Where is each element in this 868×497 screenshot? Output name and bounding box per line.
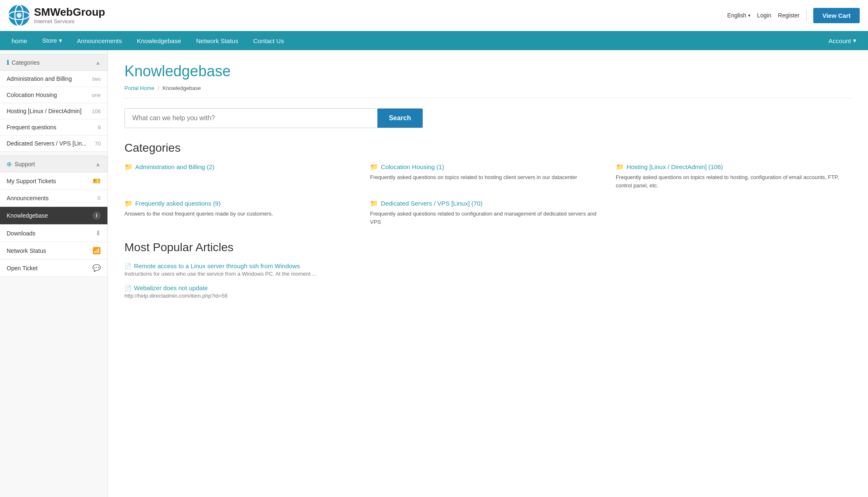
sidebar-categories-header: ℹ Categories ▲: [0, 54, 107, 71]
sidebar-item-network-status[interactable]: Network Status 📶: [0, 242, 107, 259]
nav-knowledgebase[interactable]: Knowledgebase: [129, 32, 189, 49]
sidebar: ℹ Categories ▲ Administration and Billin…: [0, 50, 108, 497]
article-item-1: 📄 Remote access to a Linux server throug…: [124, 262, 851, 277]
nav-announcements[interactable]: Announcements: [70, 32, 129, 49]
comment-icon: 💬: [92, 264, 101, 272]
folder-icon-2: 📁: [370, 163, 378, 171]
category-desc-colocation: Frequently asked questions on topics rel…: [370, 173, 605, 182]
nav-store[interactable]: Store ▾: [35, 32, 70, 49]
search-input[interactable]: [125, 109, 377, 128]
category-item-dedicated: 📁 Dedicated Servers / VPS [Linux] (70) F…: [370, 199, 605, 226]
article-item-2: 📄 Webalizer does not update http://help.…: [124, 284, 851, 299]
svg-point-3: [17, 13, 22, 18]
sidebar-item-admin-billing[interactable]: Administration and Billing two: [0, 71, 107, 87]
logo-title: SMWebGroup: [34, 6, 105, 18]
categories-header-label: Categories: [12, 59, 40, 66]
sidebar-categories-list: Administration and Billing two Colocatio…: [0, 71, 107, 152]
category-item-colocation: 📁 Colocation Housing (1) Frequently aske…: [370, 163, 605, 189]
language-label: English: [727, 12, 746, 19]
login-link[interactable]: Login: [757, 12, 771, 19]
logo-subtitle: Internet Services: [34, 18, 105, 24]
sidebar-support-header: ⊕ Support ▲: [0, 156, 107, 172]
folder-icon-4: 📁: [124, 199, 133, 207]
sidebar-support-section: ⊕ Support ▲ My Support Tickets 🎫 Announc…: [0, 156, 107, 277]
nav-account[interactable]: Account ▾: [821, 32, 864, 49]
category-link-frequent[interactable]: 📁 Frequently asked questions (9): [124, 199, 360, 207]
page-title: Knowledgebase: [124, 63, 851, 80]
language-selector[interactable]: English ▾: [727, 12, 751, 19]
signal-icon: 📶: [92, 247, 101, 255]
categories-grid: 📁 Administration and Billing (2) 📁 Coloc…: [124, 163, 851, 226]
content-area: Knowledgebase Portal Home / Knowledgebas…: [108, 50, 868, 497]
popular-articles-heading: Most Popular Articles: [124, 241, 851, 254]
sidebar-item-dedicated[interactable]: Dedicated Servers / VPS [Lin... 70: [0, 136, 107, 152]
category-desc-dedicated: Frequently asked questions related to co…: [370, 210, 605, 226]
sidebar-categories-section: ℹ Categories ▲ Administration and Billin…: [0, 54, 107, 152]
nav-home[interactable]: home: [4, 32, 35, 49]
top-header: SMWebGroup Internet Services English ▾ L…: [0, 0, 868, 31]
folder-icon-5: 📁: [370, 199, 378, 207]
category-item-admin: 📁 Administration and Billing (2): [124, 163, 360, 189]
info-circle-icon: i: [92, 211, 101, 220]
category-link-admin[interactable]: 📁 Administration and Billing (2): [124, 163, 360, 171]
category-desc-hosting: Frequently asked questions on topics rel…: [616, 173, 851, 189]
category-desc-frequent: Answers to the most frequent queries mad…: [124, 210, 360, 218]
chevron-down-icon: ▾: [748, 13, 751, 18]
doc-icon-2: 📄: [124, 285, 131, 291]
logo-icon: [8, 5, 30, 26]
list-icon: ≡: [97, 194, 101, 202]
category-link-dedicated[interactable]: 📁 Dedicated Servers / VPS [Linux] (70): [370, 199, 605, 207]
download-icon: ⬇: [95, 229, 101, 237]
articles-section: 📄 Remote access to a Linux server throug…: [124, 262, 851, 299]
logo-text: SMWebGroup Internet Services: [34, 6, 105, 24]
register-link[interactable]: Register: [778, 12, 800, 19]
header-actions: English ▾ Login Register View Cart: [727, 8, 860, 23]
article-link-1[interactable]: 📄 Remote access to a Linux server throug…: [124, 262, 851, 269]
folder-icon-3: 📁: [616, 163, 624, 171]
sidebar-item-frequent[interactable]: Frequent questions 9: [0, 119, 107, 136]
ticket-icon: 🎫: [92, 177, 101, 185]
sidebar-item-my-tickets[interactable]: My Support Tickets 🎫: [0, 172, 107, 190]
folder-icon: 📁: [124, 163, 133, 171]
nav-bar: home Store ▾ Announcements Knowledgebase…: [0, 31, 868, 50]
article-url-2: http://help.directadmin.com/item.php?id=…: [124, 293, 851, 299]
view-cart-button[interactable]: View Cart: [813, 8, 860, 23]
account-label: Account: [829, 37, 851, 44]
category-link-hosting[interactable]: 📁 Hosting [Linux / DirectAdmin] (106): [616, 163, 851, 171]
search-button[interactable]: Search: [377, 109, 423, 128]
breadcrumb-separator: /: [158, 85, 159, 91]
account-chevron-icon: ▾: [853, 37, 856, 44]
breadcrumb-current: Knowledgebase: [163, 85, 201, 91]
categories-heading: Categories: [124, 141, 851, 155]
sidebar-item-knowledgebase[interactable]: Knowledgebase i: [0, 207, 107, 225]
sidebar-support-list: My Support Tickets 🎫 Announcements ≡ Kno…: [0, 172, 107, 277]
header-divider: [806, 9, 807, 22]
category-link-colocation[interactable]: 📁 Colocation Housing (1): [370, 163, 605, 171]
nav-network-status[interactable]: Network Status: [189, 32, 246, 49]
sidebar-item-announcements[interactable]: Announcements ≡: [0, 190, 107, 207]
sidebar-item-colocation[interactable]: Colocation Housing one: [0, 87, 107, 103]
article-link-2[interactable]: 📄 Webalizer does not update: [124, 284, 851, 291]
support-collapse-icon[interactable]: ▲: [95, 161, 101, 167]
nav-contact-us[interactable]: Contact Us: [246, 32, 291, 49]
search-box: Search: [124, 108, 423, 128]
doc-icon-1: 📄: [124, 263, 131, 269]
category-item-hosting: 📁 Hosting [Linux / DirectAdmin] (106) Fr…: [616, 163, 851, 189]
category-item-frequent: 📁 Frequently asked questions (9) Answers…: [124, 199, 360, 226]
breadcrumb: Portal Home / Knowledgebase: [124, 85, 851, 98]
main-layout: ℹ Categories ▲ Administration and Billin…: [0, 50, 868, 497]
breadcrumb-home[interactable]: Portal Home: [124, 85, 154, 91]
sidebar-item-downloads[interactable]: Downloads ⬇: [0, 225, 107, 242]
globe-icon: ⊕: [7, 160, 12, 168]
article-desc-1: Instructions for users who use the servi…: [124, 271, 851, 277]
collapse-icon[interactable]: ▲: [95, 59, 101, 66]
logo-area: SMWebGroup Internet Services: [8, 5, 105, 26]
sidebar-item-open-ticket[interactable]: Open Ticket 💬: [0, 259, 107, 277]
sidebar-item-hosting[interactable]: Hosting [Linux / DirectAdmin] 106: [0, 103, 107, 119]
support-header-label: Support: [15, 161, 35, 167]
info-icon: ℹ: [7, 59, 9, 66]
